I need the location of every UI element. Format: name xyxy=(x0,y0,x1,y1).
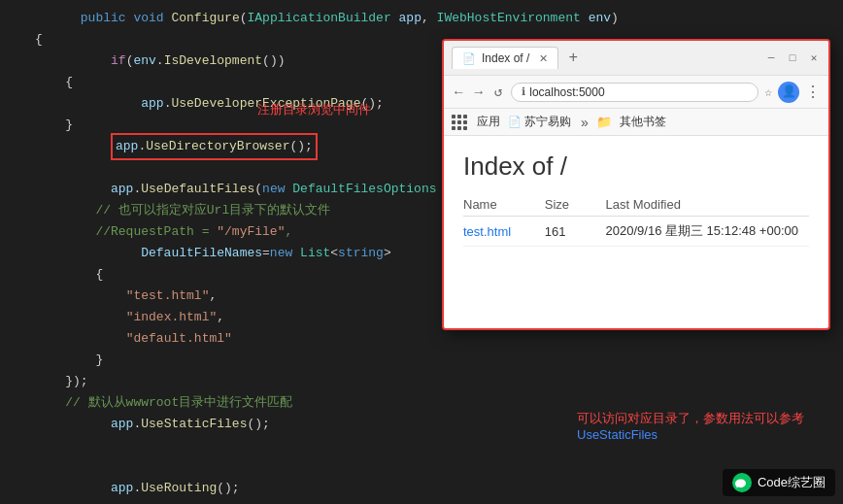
col-header-name: Name xyxy=(463,195,545,217)
bookmark-apps-label: 应用 xyxy=(477,114,500,130)
table-row: test.html 161 2020/9/16 星期三 15:12:48 +00… xyxy=(463,217,809,247)
more-bookmarks-icon[interactable]: » xyxy=(581,115,589,130)
minimize-button[interactable]: ─ xyxy=(764,51,778,65)
window-controls: ─ □ ✕ xyxy=(764,51,821,65)
code-text: }); xyxy=(35,371,88,392)
code-line: app.UseStaticFiles(); xyxy=(0,414,843,435)
info-icon: ℹ xyxy=(522,85,525,98)
code-line: app.UseRouting(); xyxy=(0,478,843,499)
apps-dot xyxy=(457,115,461,118)
code-line: }); xyxy=(0,371,843,392)
apps-dot xyxy=(463,126,467,130)
wechat-icon xyxy=(732,473,752,492)
code-text: app.UseRouting(); xyxy=(35,456,240,504)
bookmark-suning-label: 苏宁易购 xyxy=(524,114,571,130)
address-bar[interactable]: ℹ localhost:5000 xyxy=(511,83,759,102)
more-options-icon[interactable]: ⋮ xyxy=(805,83,821,102)
folder-icon: 📁 xyxy=(596,115,612,129)
other-bookmarks[interactable]: 其他书签 xyxy=(620,114,666,130)
tab-label: Index of / xyxy=(482,51,529,65)
new-tab-button[interactable]: + xyxy=(564,50,582,67)
code-text: } xyxy=(35,350,103,371)
tab-page-icon: 📄 xyxy=(462,52,476,65)
other-bookmarks-label: 其他书签 xyxy=(620,114,666,130)
code-line: "default.html" xyxy=(0,328,843,350)
browser-titlebar: 📄 Index of / ✕ + ─ □ ✕ xyxy=(444,41,828,76)
code-text: app.UseDirectoryBrowser(); xyxy=(35,112,318,182)
apps-dot xyxy=(463,120,467,124)
bookmark-star-icon[interactable]: ☆ xyxy=(764,84,772,100)
bookmark-page-icon: 📄 xyxy=(508,116,522,128)
apps-dot xyxy=(452,120,455,124)
code-text: "test.html", xyxy=(35,286,217,307)
file-size-cell: 161 xyxy=(545,217,606,247)
directory-table: Name Size Last Modified test.html 161 20… xyxy=(463,195,809,247)
code-text: { xyxy=(35,264,103,286)
browser-window: 📄 Index of / ✕ + ─ □ ✕ ← → ↺ ℹ localhost… xyxy=(442,39,830,330)
browser-content: Index of / Name Size Last Modified test.… xyxy=(444,136,828,328)
file-link[interactable]: test.html xyxy=(463,224,511,239)
code-line: } xyxy=(0,350,843,371)
file-modified-cell: 2020/9/16 星期三 15:12:48 +00:00 xyxy=(606,217,809,247)
browser-tab[interactable]: 📄 Index of / ✕ xyxy=(452,47,558,69)
apps-grid-icon[interactable] xyxy=(452,115,467,130)
code-text: "default.html" xyxy=(35,328,232,350)
browser-addressbar: ← → ↺ ℹ localhost:5000 ☆ 👤 ⋮ xyxy=(444,76,828,109)
tab-close-icon[interactable]: ✕ xyxy=(539,52,548,65)
address-text: localhost:5000 xyxy=(529,85,604,99)
code-line: public void Configure(IApplicationBuilde… xyxy=(0,8,843,29)
page-heading: Index of / xyxy=(463,151,809,182)
bookmark-suning[interactable]: 📄 苏宁易购 xyxy=(508,114,571,130)
code-text: // 也可以指定对应Url目录下的默认文件 xyxy=(35,200,330,221)
apps-dot xyxy=(457,126,461,130)
close-button[interactable]: ✕ xyxy=(807,51,821,65)
apps-dot xyxy=(463,115,467,118)
forward-button[interactable]: → xyxy=(471,83,485,102)
code-text: "index.html", xyxy=(35,307,224,328)
apps-dot xyxy=(457,120,461,124)
wechat-label: Code综艺圈 xyxy=(758,474,826,491)
file-name-cell: test.html xyxy=(463,217,545,247)
refresh-button[interactable]: ↺ xyxy=(491,82,505,102)
col-header-modified: Last Modified xyxy=(606,195,809,217)
apps-dot xyxy=(452,126,455,130)
account-icon[interactable]: 👤 xyxy=(778,82,799,103)
bookmarks-bar: 应用 📄 苏宁易购 » 📁 其他书签 xyxy=(444,109,828,136)
back-button[interactable]: ← xyxy=(452,83,465,102)
wechat-badge: Code综艺圈 xyxy=(723,469,835,496)
apps-dot xyxy=(452,115,455,118)
maximize-button[interactable]: □ xyxy=(786,51,799,65)
bookmark-apps[interactable]: 应用 xyxy=(477,114,500,130)
col-header-size: Size xyxy=(545,195,606,217)
code-text: app.UseStaticFiles(); xyxy=(35,392,270,456)
table-header-row: Name Size Last Modified xyxy=(463,195,809,217)
